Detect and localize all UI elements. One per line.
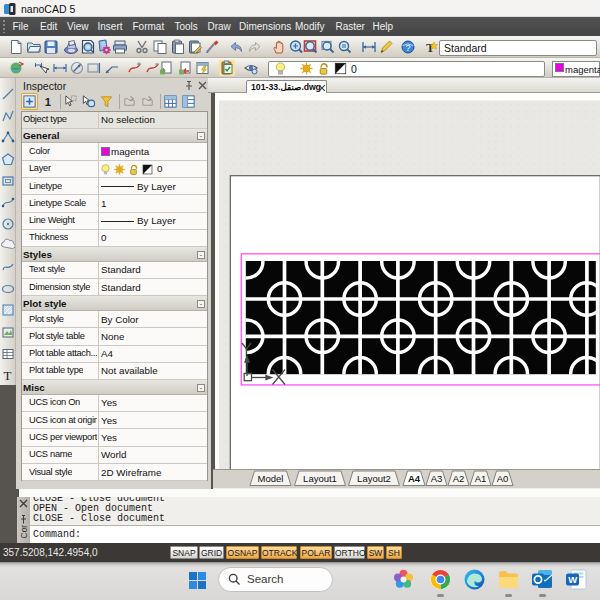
svg-text:Layout1: Layout1 [303, 473, 337, 484]
svg-text:Model: Model [258, 473, 284, 484]
svg-text:A1: A1 [475, 473, 487, 484]
svg-text:A0: A0 [497, 473, 509, 484]
svg-text:1: 1 [45, 96, 51, 108]
svg-text:?: ? [406, 43, 411, 53]
svg-text:A2: A2 [453, 473, 465, 484]
svg-text:A3: A3 [431, 473, 443, 484]
svg-text:W: W [568, 574, 577, 585]
svg-text:T: T [4, 368, 12, 382]
svg-text:Layout2: Layout2 [357, 473, 391, 484]
svg-text:A4: A4 [408, 473, 421, 484]
